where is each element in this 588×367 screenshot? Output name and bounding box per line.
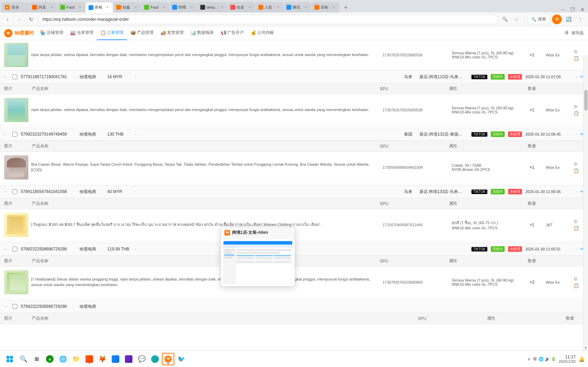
browser-search-btn[interactable]: 🔍 搜索 bbox=[527, 15, 550, 24]
forward-button[interactable]: › bbox=[15, 15, 24, 24]
taskbar-folder[interactable]: 📁 bbox=[70, 353, 82, 365]
order-3-tag-neii: 高级内 bbox=[491, 189, 505, 194]
tab-close-tx[interactable]: × bbox=[304, 6, 309, 9]
action-settings-3[interactable]: ⚙ bbox=[573, 219, 584, 224]
nav-item-reports[interactable]: 📊 数据报表 bbox=[187, 26, 217, 40]
tab-close-deep[interactable]: × bbox=[220, 6, 224, 9]
tray-volume[interactable]: 🔊 bbox=[545, 357, 550, 361]
translate-btn[interactable]: 译 bbox=[564, 30, 569, 36]
tab-bilibili[interactable]: 哔哩 × bbox=[169, 2, 197, 12]
action-icon-1[interactable]: ⚙ bbox=[573, 49, 584, 54]
action-settings-4[interactable]: ⚙ bbox=[573, 276, 584, 282]
minimize-btn[interactable]: ─ bbox=[559, 7, 567, 12]
tab-close-fast1[interactable]: × bbox=[77, 6, 82, 9]
tray-expand[interactable]: ∧ bbox=[527, 356, 531, 362]
partial-product-qty: ×1 bbox=[518, 53, 546, 57]
action-settings-2[interactable]: ⚙ bbox=[573, 162, 584, 167]
start-button[interactable] bbox=[3, 352, 17, 366]
order-3-collapse[interactable]: – bbox=[4, 189, 9, 194]
close-btn[interactable]: ✕ bbox=[578, 7, 587, 12]
tab-close-ali[interactable]: × bbox=[49, 6, 54, 9]
taskbar-clock[interactable]: 11:17 2025/1/30 bbox=[557, 355, 577, 364]
refresh2-btn[interactable]: 🔄 bbox=[564, 15, 573, 24]
store-icon: 🏪 bbox=[40, 30, 46, 35]
bookmark-btn[interactable]: ☆ bbox=[512, 15, 522, 24]
taskbar-firefox[interactable]: 🦊 bbox=[96, 353, 109, 365]
reports-label: 数据报表 bbox=[197, 30, 214, 36]
order-1-id: 57791186717190041781 bbox=[21, 74, 76, 79]
nav-item-ads[interactable]: 📢 广告开户 bbox=[217, 26, 247, 40]
tab-tencent[interactable]: 腾讯 × bbox=[284, 2, 311, 12]
order-2-collapse[interactable]: – bbox=[4, 132, 9, 137]
tab-login[interactable]: 哈 登录 bbox=[1, 2, 29, 12]
action-icon-2[interactable]: 📋 bbox=[573, 56, 584, 61]
tab-fast2[interactable]: Fast! × bbox=[141, 2, 169, 12]
order-3-tag-tiktok: TIKTOK bbox=[471, 190, 487, 194]
back-button[interactable]: ‹ bbox=[3, 15, 12, 24]
nav-item-shipping[interactable]: 🚚 发货管理 bbox=[157, 26, 187, 40]
taskbar-twitter[interactable]: 🐦 bbox=[175, 353, 187, 365]
scroll-thumb[interactable] bbox=[584, 90, 588, 111]
scroll-down-arrow[interactable]: ▼ bbox=[584, 346, 588, 350]
taskbar-app1[interactable] bbox=[109, 353, 122, 365]
tab-fast1[interactable]: Fast! × bbox=[57, 2, 85, 12]
tab-chuangxin[interactable]: 创鑫 × bbox=[113, 2, 141, 12]
order-2-checkbox[interactable] bbox=[12, 132, 17, 137]
notification-btn[interactable]: 🔔 bbox=[578, 356, 585, 363]
tab-close-rz[interactable]: × bbox=[276, 6, 281, 9]
tab-forward[interactable]: 转发 × bbox=[228, 2, 255, 12]
tab-close-fwd[interactable]: × bbox=[248, 6, 252, 9]
tab-close-all[interactable]: × bbox=[105, 6, 110, 9]
taskbar-search[interactable]: 🔍 bbox=[17, 353, 30, 365]
order-5-id: 57992322938696729286 bbox=[21, 304, 76, 309]
tray-battery[interactable]: 🔋 bbox=[551, 357, 556, 361]
order-1-checkbox[interactable] bbox=[12, 74, 17, 79]
tab-close-cx[interactable]: × bbox=[134, 6, 138, 9]
nav-item-accounts[interactable]: 💰 公司内账 bbox=[247, 26, 277, 40]
tab-deep[interactable]: deep... × bbox=[197, 2, 227, 12]
search-icon-btn[interactable]: 🔍 bbox=[500, 15, 510, 24]
nav-item-products[interactable]: 📦 产品管理 bbox=[127, 26, 157, 40]
tab-close-bili[interactable]: × bbox=[190, 6, 194, 9]
taskbar-edge[interactable]: e bbox=[44, 353, 56, 365]
hallovin-icon: 哈 bbox=[165, 356, 172, 363]
order-4-checkbox[interactable] bbox=[12, 247, 17, 251]
order-1-collapse[interactable]: – bbox=[4, 74, 9, 79]
order-5-collapse[interactable]: – bbox=[4, 304, 9, 309]
taskbar-vanbao[interactable] bbox=[83, 353, 95, 365]
tab-close-cz[interactable]: × bbox=[332, 6, 337, 9]
nav-item-orders[interactable]: 📋 订单管理 bbox=[97, 26, 127, 40]
taskbar-wechat[interactable]: 💬 bbox=[136, 353, 148, 365]
taskbar-app2[interactable] bbox=[122, 353, 135, 365]
taskbar-widgets[interactable]: ⊞ bbox=[30, 353, 43, 365]
action-settings-1[interactable]: ⚙ bbox=[573, 104, 584, 109]
nav-item-store[interactable]: 🏪 店铺管理 bbox=[37, 26, 67, 40]
tab-caizhi[interactable]: 采制 × bbox=[312, 2, 339, 12]
restore-btn[interactable]: ❐ bbox=[568, 7, 577, 12]
tray-network[interactable]: 🌐 bbox=[539, 357, 544, 361]
action-copy-1[interactable]: 📋 bbox=[573, 111, 584, 116]
extensions-btn[interactable]: ⋮ bbox=[576, 15, 585, 24]
nav-item-warehouse[interactable]: 🏭 仓库管理 bbox=[67, 26, 97, 40]
new-tab-button[interactable]: + bbox=[341, 3, 351, 12]
action-copy-2[interactable]: 📋 bbox=[573, 168, 584, 173]
action-copy-4[interactable]: 📋 bbox=[573, 283, 584, 288]
tab-ali[interactable]: 阿里 × bbox=[29, 2, 57, 12]
tab-close-fast2[interactable]: × bbox=[162, 6, 166, 9]
tab-all-orders[interactable]: 所有 × bbox=[85, 2, 113, 12]
action-copy-3[interactable]: 📋 bbox=[573, 226, 584, 231]
order-3-checkbox[interactable] bbox=[12, 189, 17, 194]
svg-rect-1 bbox=[10, 356, 13, 359]
order-4-collapse[interactable]: – bbox=[4, 247, 9, 251]
url-input[interactable] bbox=[38, 15, 498, 24]
refresh-button[interactable]: ↻ bbox=[26, 15, 36, 24]
tray-keyboard[interactable]: 键 bbox=[532, 356, 538, 362]
taskbar-chrome[interactable]: 🌐 bbox=[57, 353, 69, 365]
taskbar-hallovin[interactable]: 哈 bbox=[162, 353, 174, 365]
user-icon-btn[interactable]: 谢 bbox=[552, 15, 562, 24]
order-3-country: 马来 bbox=[404, 189, 416, 195]
taskbar-app3[interactable] bbox=[149, 353, 161, 365]
scroll-indicator[interactable]: ▼ bbox=[583, 55, 588, 353]
tab-ruzhu[interactable]: 入驻 × bbox=[256, 2, 283, 12]
order-5-checkbox[interactable] bbox=[12, 304, 17, 309]
